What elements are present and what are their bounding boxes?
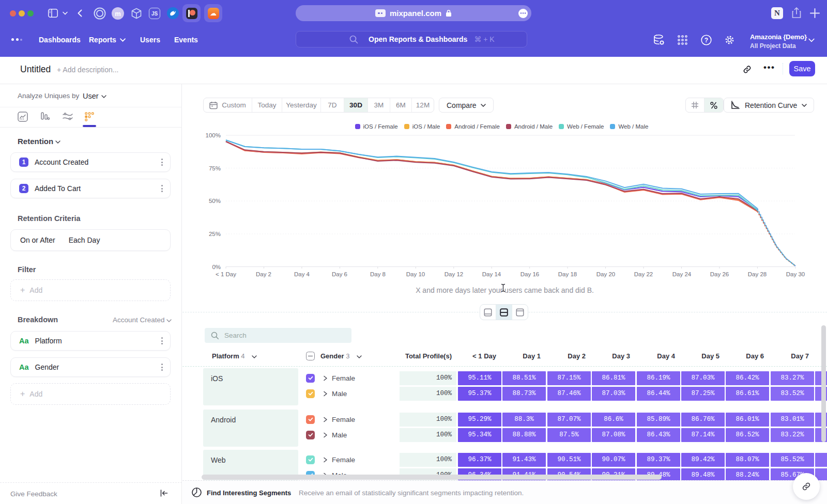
- svg-text:Day 28: Day 28: [748, 271, 767, 277]
- svg-text:Day 18: Day 18: [558, 271, 577, 277]
- svg-text:100%: 100%: [206, 132, 221, 138]
- svg-text:Day 6: Day 6: [332, 271, 347, 277]
- svg-text:Day 12: Day 12: [445, 271, 463, 277]
- svg-text:Day 26: Day 26: [710, 271, 729, 277]
- svg-text:Day 16: Day 16: [520, 271, 539, 277]
- svg-text:Day 8: Day 8: [370, 271, 386, 277]
- svg-text:25%: 25%: [209, 231, 221, 237]
- svg-text:Day 4: Day 4: [294, 271, 310, 277]
- svg-text:75%: 75%: [209, 165, 221, 171]
- svg-text:50%: 50%: [209, 198, 221, 204]
- svg-text:Day 22: Day 22: [634, 271, 653, 277]
- svg-text:Day 2: Day 2: [256, 271, 271, 277]
- svg-text:< 1 Day: < 1 Day: [216, 271, 236, 277]
- svg-text:Day 24: Day 24: [672, 271, 692, 277]
- svg-text:Day 20: Day 20: [596, 271, 615, 277]
- svg-text:Day 30: Day 30: [786, 271, 805, 277]
- svg-text:Day 14: Day 14: [482, 271, 501, 277]
- svg-text:0%: 0%: [212, 264, 221, 270]
- svg-text:Day 10: Day 10: [406, 271, 425, 277]
